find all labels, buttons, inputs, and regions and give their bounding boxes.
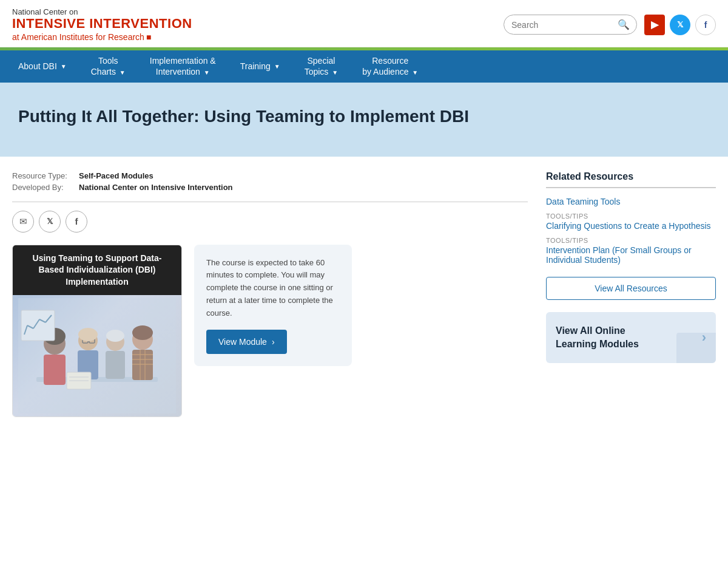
nav-special-topics[interactable]: Special Topics ▼ — [292, 50, 350, 82]
main-nav: About DBI ▼ Tools Charts ▼ Implementatio… — [0, 50, 728, 82]
nav-training[interactable]: Training ▼ — [228, 50, 292, 82]
svg-rect-30 — [18, 298, 176, 413]
related-resources-section: Related Resources Data Teaming Tools TOO… — [546, 171, 716, 300]
org-line3: at American Institutes for Research ■ — [12, 32, 192, 42]
chevron-icon: ▼ — [412, 69, 418, 76]
online-modules-text: View All OnlineLearning Modules — [556, 324, 639, 352]
resource-type-label: Resource Type: — [12, 171, 73, 180]
resource-type-row: Resource Type: Self-Paced Modules — [12, 171, 528, 180]
resource-link-1[interactable]: Data Teaming Tools — [546, 197, 716, 206]
chevron-icon: ▼ — [274, 63, 280, 70]
resource-link-3[interactable]: Intervention Plan (For Small Groups or I… — [546, 245, 716, 265]
youtube-icon[interactable]: ▶ — [644, 15, 665, 35]
header-right: 🔍 ▶ 𝕏 f — [504, 15, 716, 35]
sidebar: Related Resources Data Teaming Tools TOO… — [546, 171, 716, 418]
resource-link-2[interactable]: Clarifying Questions to Create a Hypothe… — [546, 221, 716, 231]
twitter-icon[interactable]: 𝕏 — [670, 15, 690, 35]
nav-tools-charts[interactable]: Tools Charts ▼ — [79, 50, 138, 82]
facebook-share-icon[interactable]: f — [66, 211, 87, 233]
module-illustration — [18, 298, 176, 413]
org-line2: INTENSIVE INTERVENTION — [12, 16, 192, 31]
nav-implementation[interactable]: Implementation & Intervention ▼ — [138, 50, 228, 82]
card-image-placeholder — [676, 333, 716, 363]
org-line1: National Center on — [12, 7, 192, 16]
developed-by-value: National Center on Intensive Interventio… — [79, 183, 233, 192]
meta-info: Resource Type: Self-Paced Modules Develo… — [12, 171, 528, 192]
resource-category-2: TOOLS/TIPS — [546, 237, 716, 244]
resource-type-value: Self-Paced Modules — [79, 171, 153, 180]
search-box[interactable]: 🔍 — [504, 15, 637, 35]
related-resources-heading: Related Resources — [546, 171, 716, 182]
module-info-card: The course is expected to take 60 minute… — [194, 245, 352, 366]
content-divider — [12, 202, 528, 202]
module-info-text: The course is expected to take 60 minute… — [206, 257, 340, 320]
logo: National Center on INTENSIVE INTERVENTIO… — [12, 7, 192, 42]
page-title: Putting It All Together: Using Teaming t… — [18, 107, 710, 126]
module-image-placeholder — [13, 295, 181, 416]
email-share-icon[interactable]: ✉ — [12, 211, 34, 233]
search-input[interactable] — [511, 20, 618, 30]
hero-banner: Putting It All Together: Using Teaming t… — [0, 83, 728, 157]
module-area: Using Teaming to Support Data-Based Indi… — [12, 245, 528, 418]
social-icons: ▶ 𝕏 f — [644, 15, 716, 35]
facebook-icon[interactable]: f — [695, 15, 716, 35]
resource-category-1: TOOLS/TIPS — [546, 212, 716, 220]
search-button[interactable]: 🔍 — [618, 19, 630, 30]
share-icons: ✉ 𝕏 f — [12, 211, 528, 233]
twitter-share-icon[interactable]: 𝕏 — [39, 211, 61, 233]
chevron-icon: ▼ — [332, 69, 338, 76]
chevron-icon: ▼ — [204, 69, 210, 76]
view-all-resources-button[interactable]: View All Resources — [546, 277, 716, 300]
chevron-icon: ▼ — [61, 63, 67, 70]
content-left: Resource Type: Self-Paced Modules Develo… — [12, 171, 546, 418]
header: National Center on INTENSIVE INTERVENTIO… — [0, 0, 728, 47]
module-image-card: Using Teaming to Support Data-Based Indi… — [12, 245, 182, 418]
online-modules-card[interactable]: View All OnlineLearning Modules › — [546, 312, 716, 364]
module-image-title: Using Teaming to Support Data-Based Indi… — [13, 245, 181, 296]
view-module-button[interactable]: View Module › — [206, 330, 287, 354]
developed-by-row: Developed By: National Center on Intensi… — [12, 183, 528, 192]
nav-about-dbi[interactable]: About DBI ▼ — [6, 50, 79, 82]
main-content: Resource Type: Self-Paced Modules Develo… — [0, 157, 728, 432]
chevron-icon: ▼ — [120, 69, 126, 76]
sidebar-divider — [546, 187, 716, 188]
developed-by-label: Developed By: — [12, 183, 73, 192]
arrow-icon: › — [272, 337, 275, 347]
nav-resource-by-audience[interactable]: Resource by Audience ▼ — [350, 50, 430, 82]
